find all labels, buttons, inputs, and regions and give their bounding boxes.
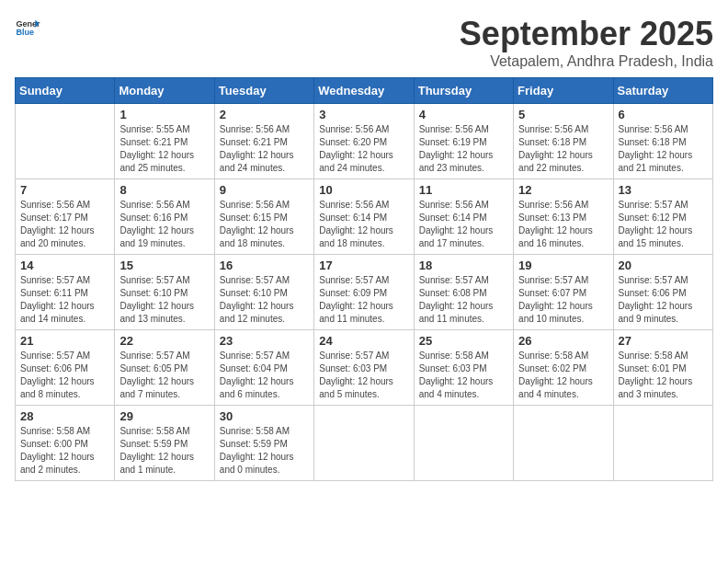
calendar-week-row-0: 1 Sunrise: 5:55 AMSunset: 6:21 PMDayligh… — [16, 104, 713, 179]
header: General Blue September 2025 Vetapalem, A… — [15, 15, 713, 70]
cell-date: 25 — [419, 334, 508, 348]
calendar-cell: 15 Sunrise: 5:57 AMSunset: 6:10 PMDaylig… — [115, 255, 214, 330]
title-area: September 2025 Vetapalem, Andhra Pradesh… — [460, 15, 713, 70]
cell-info: Sunrise: 5:56 AMSunset: 6:21 PMDaylight:… — [220, 123, 309, 175]
cell-date: 22 — [119, 334, 209, 348]
logo-icon: General Blue — [15, 15, 40, 40]
logo: General Blue — [15, 15, 40, 40]
cell-date: 24 — [319, 334, 408, 348]
cell-date: 17 — [319, 259, 408, 272]
cell-info: Sunrise: 5:56 AMSunset: 6:15 PMDaylight:… — [220, 199, 309, 250]
cell-date: 26 — [518, 334, 608, 348]
cell-info: Sunrise: 5:56 AMSunset: 6:14 PMDaylight:… — [319, 199, 408, 250]
header-tuesday: Tuesday — [214, 78, 313, 104]
month-title: September 2025 — [460, 15, 713, 53]
header-friday: Friday — [514, 78, 613, 104]
cell-info: Sunrise: 5:56 AMSunset: 6:17 PMDaylight:… — [20, 199, 109, 250]
calendar-cell: 16 Sunrise: 5:57 AMSunset: 6:10 PMDaylig… — [214, 255, 313, 330]
cell-info: Sunrise: 5:58 AMSunset: 6:00 PMDaylight:… — [20, 425, 109, 477]
header-saturday: Saturday — [613, 78, 712, 104]
cell-date: 29 — [119, 409, 209, 423]
cell-date: 2 — [220, 108, 309, 121]
calendar-cell: 5 Sunrise: 5:56 AMSunset: 6:18 PMDayligh… — [514, 104, 613, 179]
cell-date: 11 — [419, 183, 508, 197]
calendar-cell: 12 Sunrise: 5:56 AMSunset: 6:13 PMDaylig… — [514, 179, 613, 255]
calendar-cell: 2 Sunrise: 5:56 AMSunset: 6:21 PMDayligh… — [214, 104, 313, 179]
cell-date: 16 — [220, 259, 309, 272]
cell-date: 10 — [319, 183, 408, 197]
cell-info: Sunrise: 5:57 AMSunset: 6:03 PMDaylight:… — [319, 350, 408, 401]
calendar-cell: 29 Sunrise: 5:58 AMSunset: 5:59 PMDaylig… — [115, 406, 214, 481]
cell-date: 5 — [518, 108, 608, 121]
cell-info: Sunrise: 5:57 AMSunset: 6:04 PMDaylight:… — [220, 350, 309, 401]
header-monday: Monday — [115, 78, 214, 104]
calendar-cell: 13 Sunrise: 5:57 AMSunset: 6:12 PMDaylig… — [613, 179, 712, 255]
calendar-week-row-3: 21 Sunrise: 5:57 AMSunset: 6:06 PMDaylig… — [16, 330, 713, 406]
calendar-cell — [314, 406, 414, 481]
cell-date: 21 — [20, 334, 109, 348]
calendar-cell: 30 Sunrise: 5:58 AMSunset: 5:59 PMDaylig… — [214, 406, 313, 481]
calendar-cell: 6 Sunrise: 5:56 AMSunset: 6:18 PMDayligh… — [613, 104, 712, 179]
cell-info: Sunrise: 5:57 AMSunset: 6:10 PMDaylight:… — [220, 274, 309, 326]
cell-date: 8 — [119, 183, 209, 197]
cell-info: Sunrise: 5:56 AMSunset: 6:13 PMDaylight:… — [518, 199, 608, 250]
calendar: Sunday Monday Tuesday Wednesday Thursday… — [15, 77, 713, 481]
calendar-week-row-1: 7 Sunrise: 5:56 AMSunset: 6:17 PMDayligh… — [16, 179, 713, 255]
cell-info: Sunrise: 5:57 AMSunset: 6:07 PMDaylight:… — [518, 274, 608, 326]
cell-date: 28 — [20, 409, 109, 423]
cell-info: Sunrise: 5:57 AMSunset: 6:08 PMDaylight:… — [419, 274, 508, 326]
cell-date: 12 — [518, 183, 608, 197]
location-title: Vetapalem, Andhra Pradesh, India — [460, 53, 713, 70]
cell-info: Sunrise: 5:58 AMSunset: 5:59 PMDaylight:… — [220, 425, 309, 477]
calendar-cell: 10 Sunrise: 5:56 AMSunset: 6:14 PMDaylig… — [314, 179, 414, 255]
cell-date: 3 — [319, 108, 408, 121]
cell-info: Sunrise: 5:57 AMSunset: 6:11 PMDaylight:… — [20, 274, 109, 326]
cell-date: 9 — [220, 183, 309, 197]
cell-info: Sunrise: 5:56 AMSunset: 6:19 PMDaylight:… — [419, 123, 508, 175]
cell-info: Sunrise: 5:58 AMSunset: 6:02 PMDaylight:… — [518, 350, 608, 401]
cell-date: 4 — [419, 108, 508, 121]
cell-date: 23 — [220, 334, 309, 348]
cell-info: Sunrise: 5:57 AMSunset: 6:09 PMDaylight:… — [319, 274, 408, 326]
cell-info: Sunrise: 5:58 AMSunset: 6:03 PMDaylight:… — [419, 350, 508, 401]
calendar-cell: 8 Sunrise: 5:56 AMSunset: 6:16 PMDayligh… — [115, 179, 214, 255]
calendar-cell: 24 Sunrise: 5:57 AMSunset: 6:03 PMDaylig… — [314, 330, 414, 406]
calendar-cell: 11 Sunrise: 5:56 AMSunset: 6:14 PMDaylig… — [414, 179, 513, 255]
calendar-cell: 7 Sunrise: 5:56 AMSunset: 6:17 PMDayligh… — [16, 179, 115, 255]
cell-info: Sunrise: 5:55 AMSunset: 6:21 PMDaylight:… — [119, 123, 209, 175]
cell-info: Sunrise: 5:56 AMSunset: 6:16 PMDaylight:… — [119, 199, 209, 250]
cell-info: Sunrise: 5:58 AMSunset: 5:59 PMDaylight:… — [119, 425, 209, 477]
cell-info: Sunrise: 5:57 AMSunset: 6:10 PMDaylight:… — [119, 274, 209, 326]
cell-info: Sunrise: 5:56 AMSunset: 6:14 PMDaylight:… — [419, 199, 508, 250]
cell-info: Sunrise: 5:56 AMSunset: 6:18 PMDaylight:… — [619, 123, 708, 175]
calendar-cell: 17 Sunrise: 5:57 AMSunset: 6:09 PMDaylig… — [314, 255, 414, 330]
calendar-cell: 23 Sunrise: 5:57 AMSunset: 6:04 PMDaylig… — [214, 330, 313, 406]
cell-date: 15 — [119, 259, 209, 272]
cell-date: 27 — [619, 334, 708, 348]
calendar-header-row: Sunday Monday Tuesday Wednesday Thursday… — [16, 78, 713, 104]
cell-info: Sunrise: 5:57 AMSunset: 6:06 PMDaylight:… — [20, 350, 109, 401]
calendar-cell: 14 Sunrise: 5:57 AMSunset: 6:11 PMDaylig… — [16, 255, 115, 330]
calendar-cell — [16, 104, 115, 179]
header-sunday: Sunday — [16, 78, 115, 104]
calendar-cell: 28 Sunrise: 5:58 AMSunset: 6:00 PMDaylig… — [16, 406, 115, 481]
cell-date: 1 — [119, 108, 209, 121]
calendar-cell: 26 Sunrise: 5:58 AMSunset: 6:02 PMDaylig… — [514, 330, 613, 406]
cell-info: Sunrise: 5:57 AMSunset: 6:06 PMDaylight:… — [619, 274, 708, 326]
calendar-cell: 22 Sunrise: 5:57 AMSunset: 6:05 PMDaylig… — [115, 330, 214, 406]
cell-date: 18 — [419, 259, 508, 272]
cell-date: 20 — [619, 259, 708, 272]
calendar-cell: 20 Sunrise: 5:57 AMSunset: 6:06 PMDaylig… — [613, 255, 712, 330]
cell-date: 14 — [20, 259, 109, 272]
calendar-cell — [414, 406, 513, 481]
header-thursday: Thursday — [414, 78, 513, 104]
calendar-cell: 25 Sunrise: 5:58 AMSunset: 6:03 PMDaylig… — [414, 330, 513, 406]
calendar-cell — [613, 406, 712, 481]
cell-date: 19 — [518, 259, 608, 272]
calendar-cell: 21 Sunrise: 5:57 AMSunset: 6:06 PMDaylig… — [16, 330, 115, 406]
calendar-cell: 18 Sunrise: 5:57 AMSunset: 6:08 PMDaylig… — [414, 255, 513, 330]
calendar-cell: 1 Sunrise: 5:55 AMSunset: 6:21 PMDayligh… — [115, 104, 214, 179]
calendar-cell: 9 Sunrise: 5:56 AMSunset: 6:15 PMDayligh… — [214, 179, 313, 255]
cell-date: 30 — [220, 409, 309, 423]
calendar-week-row-4: 28 Sunrise: 5:58 AMSunset: 6:00 PMDaylig… — [16, 406, 713, 481]
